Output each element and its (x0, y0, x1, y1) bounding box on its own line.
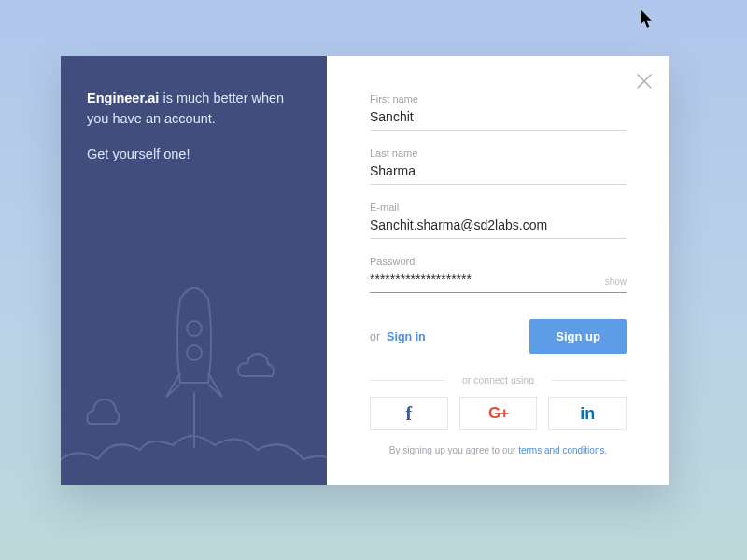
google-plus-icon: G+ (488, 404, 508, 423)
close-button[interactable] (636, 73, 653, 90)
last-name-field: Last name (370, 147, 627, 185)
rocket-illustration (61, 271, 327, 485)
first-name-input[interactable] (370, 107, 627, 131)
actions-row: or Sign in Sign up (370, 319, 627, 354)
show-password-link[interactable]: show (605, 276, 627, 287)
email-field: E-mail (370, 202, 627, 239)
facebook-button[interactable]: f (370, 397, 448, 430)
form-panel: First name Last name E-mail Password sho… (327, 56, 669, 485)
legal-text: By signing up you agree to our terms and… (370, 445, 627, 455)
password-input[interactable] (370, 270, 627, 293)
email-label: E-mail (370, 202, 627, 213)
first-name-field: First name (370, 93, 627, 131)
svg-point-1 (187, 345, 202, 360)
signin-alt: or Sign in (370, 330, 426, 343)
signup-modal: Engineer.ai is much better when you have… (61, 56, 669, 485)
signup-button[interactable]: Sign up (529, 319, 627, 354)
tagline-cta: Get yourself one! (87, 147, 301, 161)
facebook-icon: f (406, 403, 413, 425)
signin-link[interactable]: Sign in (387, 330, 426, 343)
mouse-cursor (641, 9, 654, 26)
first-name-label: First name (370, 93, 627, 105)
promo-panel: Engineer.ai is much better when you have… (61, 56, 327, 485)
last-name-label: Last name (370, 147, 627, 159)
last-name-input[interactable] (370, 161, 627, 185)
tagline: Engineer.ai is much better when you have… (87, 89, 301, 130)
password-label: Password (370, 256, 627, 267)
google-button[interactable]: G+ (459, 397, 538, 430)
password-field: Password show (370, 256, 627, 293)
connect-divider: or connect using (370, 374, 627, 385)
linkedin-button[interactable]: in (548, 397, 627, 430)
svg-point-0 (187, 321, 202, 336)
social-row: f G+ in (370, 397, 627, 430)
terms-link[interactable]: terms and conditions. (518, 445, 607, 455)
brand-name: Engineer.ai (87, 91, 159, 105)
email-input[interactable] (370, 216, 627, 239)
linkedin-icon: in (580, 404, 595, 424)
